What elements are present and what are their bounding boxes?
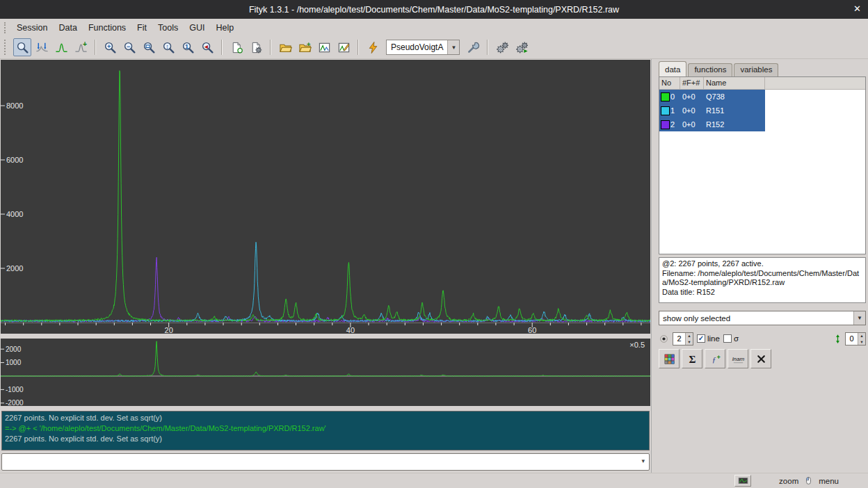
sidebar-buttons: Σƒ+lnam [659, 349, 771, 368]
svg-text:+: + [716, 353, 720, 360]
data-info-panel: @2: 2267 points, 2267 active.Filename: /… [659, 257, 866, 303]
data-row[interactable]: 20+0R152 [659, 117, 865, 131]
sum-button[interactable]: Σ [682, 349, 702, 368]
spin-down-icon[interactable]: ▼ [686, 339, 693, 345]
spin-down-icon[interactable]: ▼ [858, 339, 865, 345]
data-row[interactable]: 10+0R151 [659, 104, 865, 117]
spinner-buttons[interactable]: ▲▼ [685, 333, 693, 345]
session-settings-button[interactable] [247, 38, 265, 56]
data-list: No#F+#Name 00+0Q73810+0R15120+0R152 [659, 76, 866, 254]
command-input-row: ▾ [1, 453, 650, 471]
fit-button[interactable] [493, 38, 511, 56]
new-session-button[interactable] [227, 38, 246, 56]
close-button[interactable]: ✕ [853, 3, 861, 14]
page-new-icon [230, 41, 243, 54]
cross-icon [755, 352, 768, 366]
spin-up-icon[interactable]: ▲ [686, 333, 693, 339]
swatch-cell [659, 90, 670, 104]
swatch-cell [659, 117, 670, 131]
open-data-button[interactable] [276, 38, 294, 56]
svg-text:◂: ◂ [204, 42, 208, 49]
menu-help[interactable]: Help [210, 21, 239, 35]
main-plot[interactable]: 2040602000400060008000 [1, 60, 650, 334]
sigma-checkbox-label: σ [734, 334, 739, 343]
toolbar: ++−↕1◂+PseudoVoigtA▼ [0, 36, 868, 59]
data-name-cell: R152 [704, 117, 765, 131]
data-color-swatch[interactable] [661, 120, 670, 129]
input-history-dropdown-icon[interactable]: ▾ [641, 457, 645, 464]
zoom-vertical-button[interactable]: ↕ [159, 38, 177, 56]
data-row[interactable]: 00+0Q738 [659, 90, 865, 104]
zoom-previous-button[interactable]: ◂ [198, 38, 216, 56]
menu-tools[interactable]: Tools [152, 21, 184, 35]
svg-text:×0.5: ×0.5 [629, 341, 645, 349]
zoom-all-button[interactable] [140, 38, 158, 56]
function-type-select[interactable]: PseudoVoigtA▼ [386, 40, 460, 55]
aux-plot-toggle-button[interactable] [734, 475, 751, 487]
data-name-cell: R151 [704, 104, 765, 117]
zoom-100-button[interactable]: 1 [179, 38, 197, 56]
menu-gui[interactable]: GUI [184, 21, 210, 35]
auxiliary-plot[interactable]: 20001000-1000-2000×0.5 [1, 339, 650, 406]
sidebar-tabs: datafunctionsvariables [659, 61, 780, 76]
shift-group: 0 ▲▼ [833, 332, 866, 345]
chevron-down-icon: ▼ [853, 311, 865, 325]
magnifier-one-icon: 1 [182, 41, 195, 54]
svg-text:−: − [126, 42, 129, 49]
menu-data[interactable]: Data [53, 21, 82, 35]
checkbox-icon [723, 334, 732, 343]
zoom-mode-button[interactable] [13, 38, 31, 56]
run-script-button[interactable] [364, 38, 382, 56]
console-line: 2267 points. No explicit std. dev. Set a… [5, 413, 646, 423]
function-type-value: PseudoVoigtA [387, 42, 447, 52]
menu-session[interactable]: Session [11, 21, 53, 35]
svg-text:Σ: Σ [689, 352, 696, 364]
data-table-button[interactable] [659, 349, 680, 368]
magnifier-vert-icon: ↕ [162, 41, 175, 54]
svg-text:2000: 2000 [6, 264, 23, 273]
copy-function-button[interactable]: ƒ+ [705, 349, 725, 368]
zoom-in-button[interactable]: + [101, 38, 119, 56]
svg-text:4000: 4000 [6, 210, 23, 218]
filter-dropdown[interactable]: show only selected ▼ [659, 311, 866, 325]
tab-variables[interactable]: variables [734, 63, 778, 76]
peak-add-icon: + [74, 41, 88, 54]
baseline-mode-button[interactable] [52, 38, 70, 56]
add-peak-mode-button[interactable]: + [72, 38, 90, 56]
spinner-buttons[interactable]: ▲▼ [858, 333, 865, 345]
magnifier-plus-icon: + [104, 41, 117, 54]
checkbox-icon: ✓ [697, 334, 705, 343]
rename-data-button[interactable]: lnam [728, 349, 748, 368]
tab-data[interactable]: data [659, 61, 686, 76]
command-input[interactable] [1, 453, 650, 471]
column-header: No [659, 77, 680, 89]
tab-functions[interactable]: functions [688, 63, 732, 76]
menu-functions[interactable]: Functions [83, 21, 131, 35]
spin-up-icon[interactable]: ▲ [858, 333, 865, 339]
status-bar: zoom menu [0, 473, 868, 488]
range-mode-button[interactable] [33, 38, 51, 56]
svg-text:40: 40 [346, 326, 355, 334]
chevron-down-icon[interactable]: ▼ [447, 40, 459, 54]
image-frame-icon [318, 41, 331, 54]
define-function-button[interactable] [464, 38, 482, 56]
delete-data-button[interactable] [750, 349, 771, 368]
data-color-swatch[interactable] [661, 92, 670, 101]
data-color-swatch[interactable] [661, 106, 670, 115]
column-header: Name [704, 77, 765, 89]
toolbar-separator [95, 40, 96, 55]
edit-plot-button[interactable] [335, 38, 353, 56]
zoom-out-button[interactable]: − [120, 38, 138, 56]
line-checkbox[interactable]: ✓ line [697, 334, 720, 343]
rename-letters-icon: lnam [732, 352, 745, 366]
point-size-spinner[interactable]: 2 ▲▼ [673, 332, 693, 345]
save-plot-button[interactable] [315, 38, 333, 56]
append-data-button[interactable]: + [296, 38, 314, 56]
data-number: 2 [670, 117, 680, 131]
sigma-checkbox[interactable]: σ [723, 334, 739, 343]
menu-fit[interactable]: Fit [131, 21, 152, 35]
fit-continue-button[interactable] [513, 38, 531, 56]
svg-text:-1000: -1000 [6, 386, 24, 393]
shift-spinner[interactable]: 0 ▲▼ [845, 332, 866, 345]
sidebar: datafunctionsvariables No#F+#Name 00+0Q7… [651, 59, 868, 473]
